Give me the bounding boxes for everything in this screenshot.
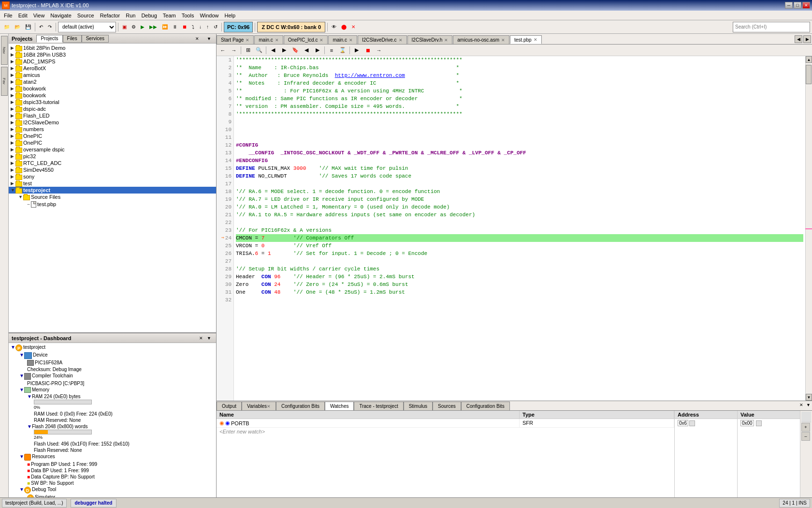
tree-item-sony[interactable]: ▶sony bbox=[9, 173, 216, 180]
nav-button-2[interactable]: Fav bbox=[1, 67, 8, 96]
tab-startpage-close[interactable]: ✕ bbox=[246, 38, 249, 43]
tree-item-bookwork1[interactable]: ▶bookwork bbox=[9, 85, 216, 92]
tab-services[interactable]: Services bbox=[82, 35, 109, 43]
continue-button[interactable]: ⏩ bbox=[160, 22, 170, 32]
btab-variables[interactable]: Variables ✕ bbox=[242, 402, 276, 410]
editor-toggle-button[interactable]: ⊞ bbox=[243, 45, 253, 55]
editor-next-match[interactable]: ▶ bbox=[279, 45, 290, 55]
scrollbar-track[interactable] bbox=[806, 63, 812, 394]
tree-item-aerobotx[interactable]: ▶AeroBotX bbox=[9, 65, 216, 72]
btab-watches[interactable]: Watches bbox=[325, 402, 354, 410]
editor-back-button[interactable]: ← bbox=[218, 45, 228, 55]
tree-item-flashled[interactable]: ▶Flash_LED bbox=[9, 112, 216, 119]
pause-button[interactable]: ⏸ bbox=[171, 22, 179, 32]
menu-refactor[interactable]: Refactor bbox=[97, 12, 123, 19]
tab-onepiclcd[interactable]: OnePIC_lcd.c ✕ bbox=[284, 35, 328, 44]
debug-button[interactable]: ▶▶ bbox=[147, 22, 159, 32]
watch-row-portb[interactable]: ◉ ◉ PORTB SFR bbox=[217, 419, 674, 428]
watch-button[interactable]: 👁 bbox=[330, 22, 338, 32]
dashboard-close-button[interactable]: ✕ bbox=[197, 333, 205, 344]
tree-item-16bit28pindemo[interactable]: ▶16bit 28Pin Demo bbox=[9, 45, 216, 51]
tab-i2cslavedrv[interactable]: I2CSlaveDrive.c ✕ bbox=[358, 35, 407, 44]
editor-vertical-scrollbar[interactable]: ▲ ▼ bbox=[805, 56, 812, 401]
minimize-button[interactable]: ─ bbox=[785, 2, 793, 9]
run-button[interactable]: ▶ bbox=[139, 22, 146, 32]
menu-source[interactable]: Source bbox=[74, 12, 97, 19]
code-editor[interactable]: 1 2 3 4 5 6 7 8 9 10 11 12 13 14 15 16 1 bbox=[217, 56, 812, 401]
build-button[interactable]: ▣ bbox=[120, 22, 129, 32]
tree-item-adc1msps[interactable]: ▶ADC_1MSPS bbox=[9, 58, 216, 65]
btab-trace[interactable]: Trace - testproject bbox=[354, 402, 403, 410]
tab-files[interactable]: Files bbox=[63, 35, 82, 43]
menu-edit[interactable]: Edit bbox=[15, 12, 30, 19]
btab-stimulus[interactable]: Stimulus bbox=[404, 402, 433, 410]
tree-item-onepic2[interactable]: ▶OnePIC bbox=[9, 139, 216, 146]
bottom-panel-close[interactable]: ✕ bbox=[798, 401, 805, 410]
step-out-button[interactable]: ↑ bbox=[204, 22, 211, 32]
tab-nav-left[interactable]: ◀ bbox=[795, 35, 802, 43]
new-project-button[interactable]: 📁 bbox=[2, 22, 12, 32]
nav-button-1[interactable]: Nav bbox=[1, 36, 8, 65]
watch-delete-button[interactable]: – bbox=[801, 432, 810, 441]
editor-search-button[interactable]: 🔍 bbox=[254, 45, 264, 55]
menu-team[interactable]: Team bbox=[160, 12, 179, 19]
tree-item-amicus[interactable]: ▶amicus bbox=[9, 72, 216, 78]
editor-prev-bookmark[interactable]: ◀ bbox=[301, 45, 312, 55]
menu-file[interactable]: File bbox=[1, 12, 15, 19]
tree-item-test[interactable]: ▶test bbox=[9, 180, 216, 187]
btab-configbits1[interactable]: Configuration Bits bbox=[276, 402, 325, 410]
menu-navigate[interactable]: Navigate bbox=[47, 12, 74, 19]
stop-debug-button[interactable]: ✕ bbox=[349, 22, 357, 32]
tree-item-atan2[interactable]: ▶atan2 bbox=[9, 78, 216, 85]
undo-button[interactable]: ↶ bbox=[37, 22, 45, 32]
btab-configbits2[interactable]: Configuration Bits bbox=[461, 402, 510, 410]
watch-add-button[interactable]: + bbox=[801, 423, 810, 432]
tab-onepiclcd-close[interactable]: ✕ bbox=[319, 38, 323, 43]
tree-item-simdev4550[interactable]: ▶SimDev4550 bbox=[9, 166, 216, 173]
tab-i2cslavedrvh-close[interactable]: ✕ bbox=[444, 38, 448, 43]
tab-amicusnosc[interactable]: amicus-no-osc.asm ✕ bbox=[453, 35, 509, 44]
tree-item-dspicadc[interactable]: ▶dspic-adc bbox=[9, 105, 216, 112]
tab-amicusnosc-close[interactable]: ✕ bbox=[501, 38, 505, 43]
menu-debug[interactable]: Debug bbox=[138, 12, 160, 19]
tab-i2cslavedrv-close[interactable]: ✕ bbox=[399, 38, 403, 43]
tree-item-testproject[interactable]: ▼testproject bbox=[9, 187, 216, 194]
scrollbar-thumb[interactable] bbox=[806, 65, 812, 84]
editor-hist-button[interactable]: ⌛ bbox=[337, 45, 348, 55]
editor-stop-debug[interactable]: ⏹ bbox=[362, 45, 373, 55]
maximize-button[interactable]: □ bbox=[794, 2, 801, 9]
scrollbar-down-btn[interactable]: ▼ bbox=[806, 394, 812, 401]
tab-testpbp[interactable]: test.pbp ✕ bbox=[510, 35, 542, 44]
editor-apply-button[interactable]: → bbox=[374, 45, 384, 55]
editor-next-bookmark[interactable]: ▶ bbox=[312, 45, 323, 55]
close-button[interactable]: ✕ bbox=[802, 2, 810, 9]
tree-item-dspic33tutorial[interactable]: ▶dspic33-tutorial bbox=[9, 99, 216, 105]
code-text-area[interactable]: '***************************************… bbox=[234, 56, 805, 401]
panel-close-button[interactable]: ✕ bbox=[193, 33, 201, 44]
tree-item-i2cslaveDemo[interactable]: ▶I2CSlaveDemo bbox=[9, 119, 216, 126]
tab-mainc1-close[interactable]: ✕ bbox=[275, 38, 279, 43]
stop-button[interactable]: ⏹ bbox=[180, 22, 189, 32]
tree-item-rtcledadc[interactable]: ▶RTC_LED_ADC bbox=[9, 160, 216, 166]
menu-window[interactable]: Window bbox=[197, 12, 221, 19]
addr-expand-btn[interactable] bbox=[689, 420, 695, 426]
bottom-panel-menu[interactable]: ▼ bbox=[805, 401, 812, 410]
menu-run[interactable]: Run bbox=[123, 12, 138, 19]
tree-item-numbers[interactable]: ▶numbers bbox=[9, 126, 216, 133]
val-input[interactable]: 0x00 bbox=[740, 420, 754, 426]
config-dropdown[interactable]: default (active) bbox=[58, 22, 116, 32]
tab-mainc1[interactable]: main.c ✕ bbox=[254, 35, 283, 44]
val-expand-btn[interactable] bbox=[756, 420, 762, 426]
redo-button[interactable]: ↷ bbox=[46, 22, 54, 32]
tab-startpage[interactable]: Start Page ✕ bbox=[217, 35, 254, 44]
editor-forward-button[interactable]: → bbox=[229, 45, 239, 55]
editor-run-cursor[interactable]: ▶ bbox=[351, 45, 362, 55]
editor-diff-button[interactable]: ≡ bbox=[326, 45, 337, 55]
tree-item-bookwork2[interactable]: ▶bookwork bbox=[9, 92, 216, 99]
watch-new-row[interactable]: <Enter new watch> bbox=[217, 428, 674, 435]
btab-output[interactable]: Output bbox=[217, 402, 242, 410]
variables-close[interactable]: ✕ bbox=[267, 404, 271, 409]
tab-i2cslavedrvh[interactable]: I2CSlaveDrv.h ✕ bbox=[407, 35, 453, 44]
addr-input[interactable]: 0x6 bbox=[678, 420, 688, 426]
tab-mainc2-close[interactable]: ✕ bbox=[349, 38, 353, 43]
